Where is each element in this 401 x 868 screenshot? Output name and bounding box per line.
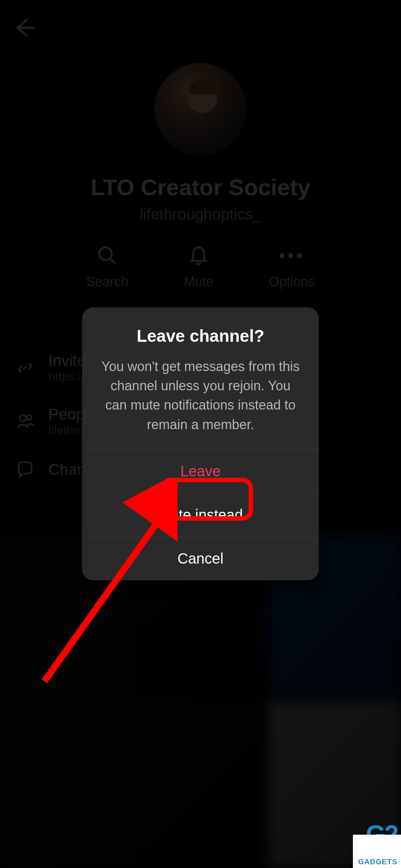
dialog-title: Leave channel? bbox=[97, 326, 304, 346]
leave-channel-dialog: Leave channel? You won't get messages fr… bbox=[82, 307, 319, 580]
leave-button[interactable]: Leave bbox=[82, 450, 319, 493]
mute-instead-button[interactable]: Mute instead bbox=[82, 493, 319, 537]
watermark-tag: GADGETS bbox=[358, 858, 397, 866]
cancel-button[interactable]: Cancel bbox=[82, 537, 319, 580]
watermark: G2 GADGETS bbox=[320, 809, 401, 868]
dialog-body: You won't get messages from this channel… bbox=[97, 357, 304, 434]
